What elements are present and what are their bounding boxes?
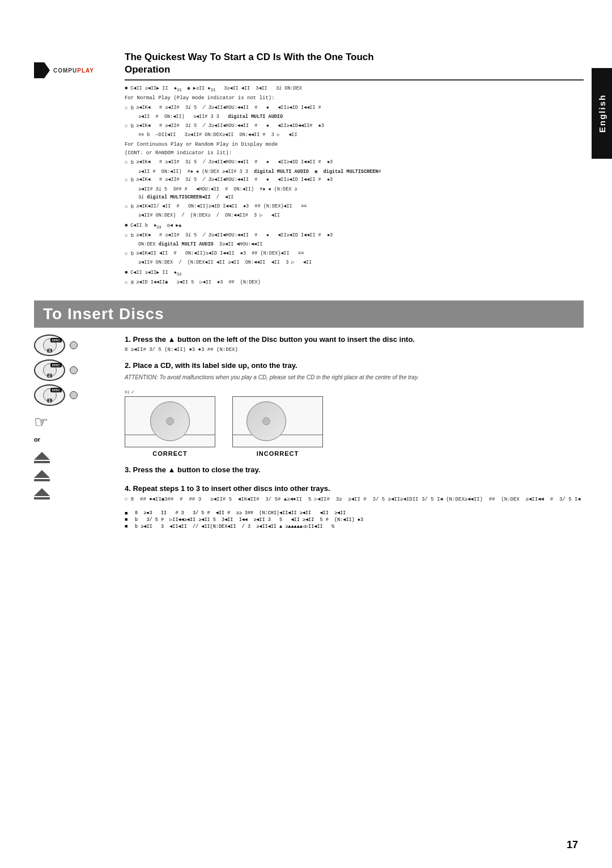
bullet-row-1: ○ b ≥◄IK◄ # ≥◄II# 3i 5 / 3≥◄II◄HOU:◄◄II … bbox=[125, 104, 584, 112]
english-tab-label: English bbox=[597, 94, 607, 133]
insert-header: To Insert Discs bbox=[34, 300, 584, 328]
eject-triangle-3 bbox=[34, 488, 50, 496]
cd-tray-incorrect bbox=[232, 396, 323, 447]
sub-row-4: ≥◄II# 3i 5 3## # ◄HOU:◄II # ON:◄II) #● ●… bbox=[138, 186, 584, 194]
bottom-note-2: ■ b 3/ 5 # ▷II◄◄≥◄II ≥◄II 5 3◄II I◄◄ ≥◄I… bbox=[125, 516, 581, 523]
normal-play-note: For Normal Play (Play mode indicator is … bbox=[125, 94, 584, 102]
step-1: 1. Press the ▲ button on the left of the… bbox=[125, 335, 581, 353]
step-3-title: 3. Press the ▲ button to close the tray. bbox=[125, 465, 581, 475]
bottom-note-3: ■ b ≥◄II 3 ◄II◄II // ◄II(N:DEX◄II / 3 ≥◄… bbox=[125, 523, 581, 530]
attention-text-span: ATTENTION: To avoid malfunctions when yo… bbox=[125, 374, 419, 380]
eject-triangle-2 bbox=[34, 470, 50, 478]
cd-hole-incorrect bbox=[262, 417, 270, 425]
bullet-row-4: ○ b ≥◄IK◄ # ≥◄II# 3i 5 / 3≥◄II◄HOU:◄◄II … bbox=[125, 176, 584, 184]
cd-diagram-correct: 81 ✓ CORRECT bbox=[125, 389, 215, 457]
sub-row-4b: 3i digital MULTISCREEN◄II / ◄II bbox=[138, 194, 584, 202]
steps-content: 1. Press the ▲ button on the left of the… bbox=[125, 335, 581, 530]
quickest-title-block: The Quickest Way To Start a CD Is With t… bbox=[125, 51, 584, 81]
sub-row-7: ≥◄II# ON:DEX / (N:DEX◄II ◄II ≥◄II ON:◄◄I… bbox=[138, 259, 584, 267]
bottom-note-2-text: b 3/ 5 # ▷II◄◄≥◄II ≥◄II 5 3◄II I◄◄ ≥◄II … bbox=[135, 516, 363, 523]
diagram-note-incorrect bbox=[232, 389, 323, 395]
sub-row-3: ≥◄II # ON:◄II) #● ● (N:DEX ≥◄II# 3 3 dig… bbox=[138, 168, 584, 176]
eject-sym-3 bbox=[34, 488, 50, 499]
disc-oval-3: DISC 3 bbox=[34, 335, 65, 356]
sub-row-6: ON:DEX digital MULTI AUDIO 3≥◄II ◄HOU:◄◄… bbox=[138, 241, 584, 249]
or-text: or bbox=[34, 436, 40, 443]
cont-play-sub: (CONT. or RANDOM indicator is lit): bbox=[125, 149, 584, 157]
sub-row-2: ≡≡ b ↔DII◄II 3≥◄II# ON:DEX≥◄II ON:◄◄II #… bbox=[138, 132, 584, 139]
logo-compu: COMPU bbox=[53, 67, 77, 74]
eject-bar-2 bbox=[34, 479, 50, 481]
diagram-correct-label: CORRECT bbox=[125, 450, 215, 457]
bullet-row-8: ○ 8 ≥◄ID I◄◄II◉ ≥◄II 5 ▷◄II ●3 ## (N:DEX… bbox=[125, 279, 584, 287]
disc-oval-1: DISC 1 bbox=[34, 384, 65, 406]
bottom-note-1: ■ 8 ≥●3 II # 3 3/ 5 # ◄II # ≥≥ 3## (N:CH… bbox=[125, 510, 581, 516]
step-2-attention: ATTENTION: To avoid malfunctions when yo… bbox=[125, 373, 581, 382]
step-4-subtext: ○ 8 ## ●◄II◉3## # ## 3 ≥◄II# 5 ◄IK◄II# 3… bbox=[125, 496, 581, 502]
second-main-bullet: ■ C◄II b ●33 ◎◄ ▶▲ bbox=[125, 222, 584, 231]
logo-text: COMPUPLAY bbox=[53, 67, 94, 74]
hand-icon: ☞ bbox=[34, 413, 48, 431]
step-4: 4. Repeat steps 1 to 3 to insert other d… bbox=[125, 484, 581, 502]
cd-diagram-incorrect: INCORRECT bbox=[232, 389, 323, 457]
step-1-text: Press the ▲ button on the left of the Di… bbox=[133, 335, 415, 344]
cd-correct bbox=[150, 401, 190, 441]
eject-bar-1 bbox=[34, 461, 50, 463]
logo-play: PLAY bbox=[77, 67, 94, 74]
disc-oval-2: DISC 2 bbox=[34, 359, 65, 381]
eject-triangle-1 bbox=[34, 452, 50, 460]
eject-sym-2 bbox=[34, 470, 50, 481]
disc-button-1 bbox=[70, 391, 78, 399]
step-2-title: 2. Place a CD, with its label side up, o… bbox=[125, 361, 581, 371]
disc-button-2 bbox=[70, 366, 78, 374]
step-1-title: 1. Press the ▲ button on the left of the… bbox=[125, 335, 581, 345]
bullet-row-5: ○ b ≥◄IK◄II/ ◄II # ON:◄II)≥◄ID I◄◄II ●3 … bbox=[125, 203, 584, 211]
quickest-title-line1: The Quickest Way To Start a CD Is With t… bbox=[125, 52, 374, 62]
quickest-title: The Quickest Way To Start a CD Is With t… bbox=[125, 51, 584, 76]
diagram-note-num: 81 ✓ bbox=[125, 389, 215, 395]
page: English 17 COMPUPLAY The Quickest Way To… bbox=[0, 0, 612, 868]
step-4-title: 4. Repeat steps 1 to 3 to insert other d… bbox=[125, 484, 581, 494]
bullet-row-3: ○ b ≥◄IK◄ # ≥◄II# 3i 5 / 3≥◄II◄HOU:◄◄II … bbox=[125, 159, 584, 167]
disc-icon-3-row: DISC 3 bbox=[34, 335, 78, 356]
bullet-row-7: ○ b ≥◄IK◄II ◄II # ON:◄II)≥◄ID I◄◄II ●3 #… bbox=[125, 250, 584, 258]
page-number: 17 bbox=[567, 839, 578, 851]
logo-area: COMPUPLAY bbox=[34, 62, 108, 91]
bullet-row-2: ○ b ≥◄IK◄ # ≥◄II# 3i 5 / 3≥◄II◄HOU:◄◄II … bbox=[125, 122, 584, 130]
disc-icon-1-row: DISC 1 bbox=[34, 384, 78, 406]
step-3-text: Press the ▲ button to close the tray. bbox=[133, 465, 260, 474]
eject-bar-3 bbox=[34, 497, 50, 499]
bullet-row-6: ○ b ≥◄IK◄ # ≥◄II# 3i 5 / 3≥◄II◄HOU:◄◄II … bbox=[125, 232, 584, 240]
bottom-notes: ■ 8 ≥●3 II # 3 3/ 5 # ◄II # ≥≥ 3## (N:CH… bbox=[125, 510, 581, 530]
eject-icons bbox=[34, 452, 50, 499]
logo-box: COMPUPLAY bbox=[34, 62, 108, 78]
cd-diagrams: 81 ✓ CORRECT bbox=[125, 389, 581, 457]
insert-header-block: To Insert Discs bbox=[34, 300, 584, 339]
cd-hole-correct bbox=[166, 417, 174, 425]
disc-icon-3: DISC 3 bbox=[34, 335, 65, 356]
quickest-content: ■ C◄II ≥◄II▶ II ●33 ◉ ▶≥II ●33 3≥◄II ◄II… bbox=[125, 85, 584, 287]
step-1-subtext: 8 ≥◄II# 3/ 5 (N:◄II) ●3 ●3 ## (N:DEX) bbox=[125, 347, 581, 353]
cont-play-note: For Continuous Play or Random Play in Di… bbox=[125, 141, 584, 149]
disc-icons-left: DISC 3 DISC 2 DISC 1 bbox=[34, 335, 78, 499]
english-tab: English bbox=[592, 68, 612, 159]
line-1: ■ C◄II ≥◄II▶ II ●33 ◉ ▶≥II ●33 3≥◄II ◄II… bbox=[125, 85, 584, 94]
disc-button-3 bbox=[70, 341, 78, 349]
step-2: 2. Place a CD, with its label side up, o… bbox=[125, 361, 581, 457]
third-main-bullet: ■ C◄II ≥◄II▶ II ●33 bbox=[125, 269, 584, 278]
sub-row-1: ≥◄II # ON:◄II) ≥◄II# 3 3 digital MULTI A… bbox=[138, 113, 584, 121]
step-2-text: Place a CD, with its label side up, onto… bbox=[133, 361, 297, 370]
eject-sym-1 bbox=[34, 452, 50, 463]
step-3: 3. Press the ▲ button to close the tray. bbox=[125, 465, 581, 475]
diagram-incorrect-label: INCORRECT bbox=[232, 450, 323, 457]
cd-tray-correct bbox=[125, 396, 215, 447]
sub-row-5: ≥◄II# ON:DEX) / (N:DEX≥ / ON:◄◄II# 3 ▷ ◄… bbox=[138, 212, 584, 220]
quickest-title-line2: Operation bbox=[125, 64, 170, 75]
cd-incorrect bbox=[246, 401, 286, 441]
quickest-section: The Quickest Way To Start a CD Is With t… bbox=[125, 51, 584, 288]
step-4-text: Repeat steps 1 to 3 to insert other disc… bbox=[133, 484, 330, 493]
logo-icon bbox=[34, 62, 50, 78]
bottom-note-3-text: b ≥◄II 3 ◄II◄II // ◄II(N:DEX◄II / 3 ≥◄II… bbox=[135, 523, 334, 530]
disc-icon-2-row: DISC 2 bbox=[34, 359, 78, 381]
bottom-note-1-text: 8 ≥●3 II # 3 3/ 5 # ◄II # ≥≥ 3## (N:CHI|… bbox=[135, 510, 346, 516]
